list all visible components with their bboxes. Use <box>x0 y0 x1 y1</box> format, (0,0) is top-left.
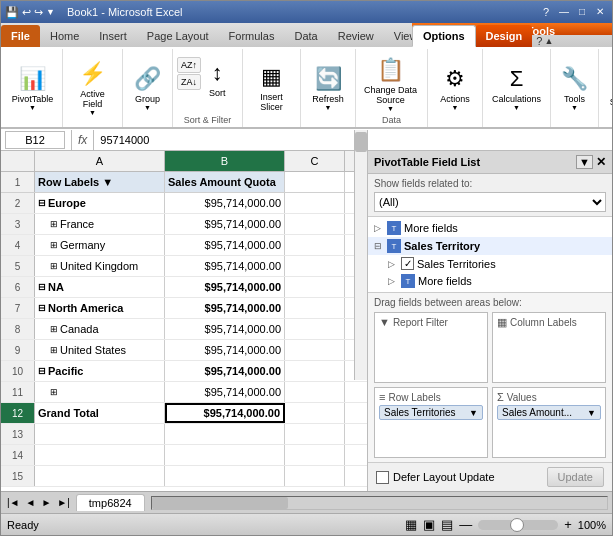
drag-zone-column-labels[interactable]: ▦ Column Labels <box>492 312 606 383</box>
view-normal-icon[interactable]: ▦ <box>405 517 417 532</box>
update-button[interactable]: Update <box>547 467 604 487</box>
cell-c9[interactable] <box>285 340 345 360</box>
cell-b9[interactable]: $95,714,000.00 <box>165 340 285 360</box>
defer-checkbox-area[interactable]: Defer Layout Update <box>376 471 495 484</box>
drag-zone-values[interactable]: Σ Values Sales Amount... ▼ <box>492 387 606 458</box>
fields-dropdown[interactable]: (All) <box>374 192 606 212</box>
field-section-sales-territory[interactable]: ⊟ T Sales Territory <box>368 237 612 255</box>
sheet-tab-tmp6824[interactable]: tmp6824 <box>76 494 145 511</box>
ribbon-min-icon[interactable]: ▲ <box>544 36 553 46</box>
cell-a1[interactable]: Row Labels ▼ <box>35 172 165 192</box>
active-field-btn[interactable]: ⚡ ActiveField ▼ <box>73 58 112 119</box>
cell-c3[interactable] <box>285 214 345 234</box>
cell-b3[interactable]: $95,714,000.00 <box>165 214 285 234</box>
field-item-more-fields-2[interactable]: ▷ T More fields <box>368 272 612 290</box>
sheet-nav-next[interactable]: ► <box>39 497 53 508</box>
ribbon-help-icon[interactable]: ? <box>536 35 542 47</box>
cell-a5[interactable]: ⊞United Kingdom <box>35 256 165 276</box>
group-btn[interactable]: 🔗 Group ▼ <box>128 63 167 114</box>
cell-a8[interactable]: ⊞Canada <box>35 319 165 339</box>
cell-b12-selected[interactable]: $95,714,000.00 <box>165 403 285 423</box>
tab-options[interactable]: Options <box>412 25 476 47</box>
cell-a10[interactable]: ⊟Pacific <box>35 361 165 381</box>
cell-c12[interactable] <box>285 403 345 423</box>
cell-c6[interactable] <box>285 277 345 297</box>
cell-b7[interactable]: $95,714,000.00 <box>165 298 285 318</box>
cell-b8[interactable]: $95,714,000.00 <box>165 319 285 339</box>
cell-c11[interactable] <box>285 382 345 402</box>
chip-sales-amount[interactable]: Sales Amount... ▼ <box>497 405 601 420</box>
sort-az-btn[interactable]: AZ↑ <box>177 57 201 73</box>
field-list-menu-icon[interactable]: ▼ <box>576 155 593 169</box>
cell-a7[interactable]: ⊟North America <box>35 298 165 318</box>
refresh-btn[interactable]: 🔄 Refresh ▼ <box>306 63 350 114</box>
zoom-plus-icon[interactable]: + <box>564 517 572 532</box>
checkbox-checked-icon[interactable]: ✓ <box>401 257 414 270</box>
restore-btn[interactable]: □ <box>574 6 590 18</box>
sort-btn[interactable]: ↕ Sort <box>203 57 232 101</box>
tab-review[interactable]: Review <box>328 25 384 47</box>
save-qa-icon[interactable]: 💾 <box>5 6 19 19</box>
sort-za-btn[interactable]: ZA↓ <box>177 74 201 90</box>
view-page-break-icon[interactable]: ▤ <box>441 517 453 532</box>
calculations-btn[interactable]: Σ Calculations ▼ <box>488 63 545 114</box>
cell-a2[interactable]: ⊟Europe <box>35 193 165 213</box>
view-page-layout-icon[interactable]: ▣ <box>423 517 435 532</box>
cell-b5[interactable]: $95,714,000.00 <box>165 256 285 276</box>
cell-b10[interactable]: $95,714,000.00 <box>165 361 285 381</box>
close-btn[interactable]: ✕ <box>592 6 608 18</box>
cell-c8[interactable] <box>285 319 345 339</box>
cell-b6[interactable]: $95,714,000.00 <box>165 277 285 297</box>
tools-btn[interactable]: 🔧 Tools ▼ <box>555 63 594 114</box>
zoom-slider[interactable] <box>478 520 558 530</box>
cell-b2[interactable]: $95,714,000.00 <box>165 193 285 213</box>
cell-a9[interactable]: ⊞United States <box>35 340 165 360</box>
defer-checkbox[interactable] <box>376 471 389 484</box>
cell-a11[interactable]: ⊞ <box>35 382 165 402</box>
cell-a3[interactable]: ⊞France <box>35 214 165 234</box>
sheet-nav-last[interactable]: ►| <box>55 497 72 508</box>
cell-b4[interactable]: $95,714,000.00 <box>165 235 285 255</box>
field-item-more-fields-1[interactable]: ▷ T More fields <box>368 219 612 237</box>
show-btn[interactable]: 📋 Show <box>602 66 614 110</box>
qa-dropdown-icon[interactable]: ▼ <box>46 7 55 17</box>
tab-insert[interactable]: Insert <box>89 25 137 47</box>
redo-qa-icon[interactable]: ↪ <box>34 6 43 19</box>
cell-reference-box[interactable] <box>5 131 65 149</box>
vertical-scrollbar[interactable] <box>354 151 367 380</box>
insert-slicer-btn[interactable]: ▦ InsertSlicer <box>254 61 289 115</box>
tab-page-layout[interactable]: Page Layout <box>137 25 219 47</box>
sheet-nav-first[interactable]: |◄ <box>5 497 22 508</box>
field-list-close-icon[interactable]: ✕ <box>596 155 606 169</box>
help-icon[interactable]: ? <box>538 6 554 18</box>
col-header-A[interactable]: A <box>35 151 165 171</box>
tab-home[interactable]: Home <box>40 25 89 47</box>
tab-design[interactable]: Design <box>476 25 533 47</box>
tab-data[interactable]: Data <box>284 25 327 47</box>
cell-c2[interactable] <box>285 193 345 213</box>
change-data-source-btn[interactable]: 📋 Change DataSource ▼ <box>360 54 421 115</box>
sheet-nav-prev[interactable]: ◄ <box>24 497 38 508</box>
undo-qa-icon[interactable]: ↩ <box>22 6 31 19</box>
cell-c7[interactable] <box>285 298 345 318</box>
actions-btn[interactable]: ⚙ Actions ▼ <box>434 63 476 114</box>
tab-formulas[interactable]: Formulas <box>219 25 285 47</box>
cell-a6[interactable]: ⊟NA <box>35 277 165 297</box>
chip-sales-territories[interactable]: Sales Territories ▼ <box>379 405 483 420</box>
field-item-sales-territories[interactable]: ▷ ✓ Sales Territories <box>368 255 612 272</box>
col-header-B[interactable]: B <box>165 151 285 171</box>
drag-zone-row-labels[interactable]: ≡ Row Labels Sales Territories ▼ <box>374 387 488 458</box>
cell-c4[interactable] <box>285 235 345 255</box>
tab-file[interactable]: File <box>1 25 40 47</box>
drag-zone-report-filter[interactable]: ▼ Report Filter <box>374 312 488 383</box>
cell-c10[interactable] <box>285 361 345 381</box>
cell-b11[interactable]: $95,714,000.00 <box>165 382 285 402</box>
cell-c1[interactable] <box>285 172 345 192</box>
cell-a4[interactable]: ⊞Germany <box>35 235 165 255</box>
cell-a12[interactable]: Grand Total <box>35 403 165 423</box>
minimize-btn[interactable]: — <box>556 6 572 18</box>
cell-c5[interactable] <box>285 256 345 276</box>
pivottable-btn[interactable]: 📊 PivotTable ▼ <box>6 63 60 114</box>
zoom-minus-icon[interactable]: — <box>459 517 472 532</box>
col-header-C[interactable]: C <box>285 151 345 171</box>
